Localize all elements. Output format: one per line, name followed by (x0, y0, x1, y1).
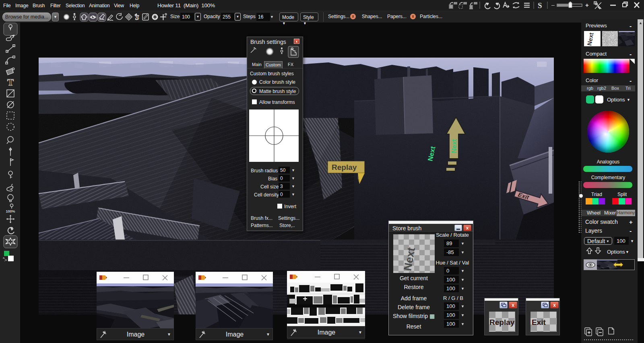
svg-text:100%: 100% (6, 209, 15, 213)
svg-text:S: S (538, 1, 542, 10)
svg-text:Replay: Replay (489, 318, 515, 326)
svg-text:–: – (551, 2, 555, 8)
svg-text:S: S (135, 14, 139, 21)
svg-text:Exit: Exit (532, 318, 546, 326)
svg-text:T: T (7, 77, 14, 87)
svg-text:Next: Next (586, 32, 594, 46)
svg-text:+: + (585, 2, 589, 8)
